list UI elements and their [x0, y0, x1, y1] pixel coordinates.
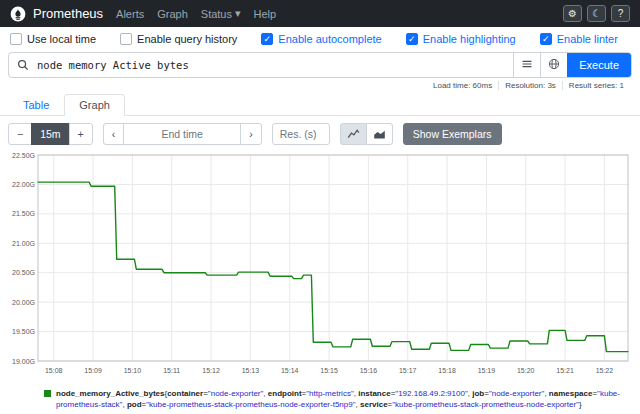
search-icon	[9, 53, 37, 77]
resolution-input[interactable]	[272, 123, 330, 145]
range-decrease-button[interactable]: −	[8, 123, 32, 145]
svg-text:15:10: 15:10	[124, 367, 142, 374]
svg-text:21.00G: 21.00G	[12, 240, 35, 247]
checkbox-checked-icon	[261, 33, 273, 45]
enable-linter-checkbox[interactable]: Enable linter	[540, 33, 618, 45]
series-label: node_memory_Active_bytes{container="node…	[56, 388, 622, 410]
range-selector: − 15m +	[8, 123, 93, 145]
question-icon: ?	[618, 8, 624, 19]
time-series-chart[interactable]: 19.00G19.50G20.00G20.50G21.00G21.50G22.0…	[8, 149, 632, 381]
chevron-right-icon: ›	[249, 128, 253, 140]
range-value-button[interactable]: 15m	[31, 123, 69, 145]
settings-button[interactable]: ⚙	[563, 5, 582, 22]
svg-text:15:14: 15:14	[281, 367, 299, 374]
chevron-left-icon: ‹	[112, 128, 116, 140]
checkbox-label: Use local time	[27, 33, 96, 45]
time-forward-button[interactable]: ›	[240, 123, 262, 145]
show-exemplars-button[interactable]: Show Exemplars	[403, 123, 502, 145]
result-series: Result series: 1	[562, 81, 630, 90]
svg-text:15:12: 15:12	[202, 367, 220, 374]
checkbox-checked-icon	[406, 33, 418, 45]
svg-text:15:18: 15:18	[438, 367, 456, 374]
prometheus-logo-icon[interactable]	[10, 6, 26, 22]
svg-text:22.00G: 22.00G	[12, 181, 35, 188]
resolution: Resolution: 3s	[498, 81, 562, 90]
line-chart-toggle[interactable]	[340, 123, 367, 145]
checkbox-label: Enable query history	[137, 33, 237, 45]
svg-text:15:15: 15:15	[320, 367, 338, 374]
checkbox-checked-icon	[540, 33, 552, 45]
checkbox-label: Enable highlighting	[423, 33, 516, 45]
graph-controls: − 15m + ‹ › Show Exemplars	[8, 123, 632, 145]
help-button[interactable]: ?	[611, 5, 630, 22]
svg-text:22.50G: 22.50G	[12, 152, 35, 159]
svg-text:15:11: 15:11	[163, 367, 180, 374]
navbar-right-buttons: ⚙ ☾ ?	[563, 5, 630, 22]
metrics-explorer-button[interactable]	[540, 53, 567, 77]
nav-help[interactable]: Help	[254, 8, 277, 20]
query-input[interactable]	[37, 53, 513, 77]
svg-text:21.50G: 21.50G	[12, 210, 35, 217]
globe-icon	[548, 58, 560, 73]
caret-down-icon: ▾	[235, 7, 241, 20]
nav-graph[interactable]: Graph	[157, 8, 188, 20]
svg-text:15:20: 15:20	[517, 367, 535, 374]
load-time: Load time: 60ms	[427, 81, 498, 90]
query-history-button[interactable]	[513, 53, 540, 77]
gear-icon: ⚙	[568, 8, 577, 19]
end-time-selector: ‹ ›	[103, 123, 262, 145]
time-back-button[interactable]: ‹	[103, 123, 125, 145]
range-increase-button[interactable]: +	[69, 123, 93, 145]
svg-text:19.00G: 19.00G	[12, 358, 35, 365]
svg-text:20.00G: 20.00G	[12, 299, 35, 306]
checkbox-icon	[10, 33, 22, 45]
svg-text:15:16: 15:16	[360, 367, 378, 374]
query-options-bar: Use local time Enable query history Enab…	[0, 27, 640, 50]
theme-toggle-button[interactable]: ☾	[587, 5, 606, 22]
menu-lines-icon	[521, 58, 533, 73]
checkbox-label: Enable linter	[557, 33, 618, 45]
query-stats: Load time: 60ms Resolution: 3s Result se…	[0, 78, 640, 90]
stacked-chart-toggle[interactable]	[366, 123, 393, 145]
nav-status-dropdown[interactable]: Status ▾	[201, 7, 241, 20]
enable-autocomplete-checkbox[interactable]: Enable autocomplete	[261, 33, 381, 45]
graph-panel: 19.00G19.50G20.00G20.50G21.00G21.50G22.0…	[8, 149, 632, 410]
checkbox-label: Enable autocomplete	[278, 33, 381, 45]
moon-icon: ☾	[592, 8, 601, 19]
svg-text:19.50G: 19.50G	[12, 328, 35, 335]
svg-text:15:22: 15:22	[596, 367, 614, 374]
stacked-chart-icon	[373, 127, 386, 142]
svg-text:20.50G: 20.50G	[12, 269, 35, 276]
line-chart-icon	[347, 127, 360, 142]
chart-type-toggle	[340, 123, 393, 145]
enable-highlighting-checkbox[interactable]: Enable highlighting	[406, 33, 516, 45]
nav-help-label: Help	[254, 8, 277, 20]
svg-text:15:13: 15:13	[242, 367, 260, 374]
use-local-time-checkbox[interactable]: Use local time	[10, 33, 96, 45]
svg-text:15:08: 15:08	[45, 367, 63, 374]
nav-alerts-label: Alerts	[116, 8, 144, 20]
nav-status-label: Status	[201, 8, 232, 20]
end-time-input[interactable]	[123, 123, 241, 145]
svg-text:15:17: 15:17	[399, 367, 417, 374]
navbar: Prometheus Alerts Graph Status ▾ Help ⚙ …	[0, 0, 640, 27]
nav-alerts[interactable]: Alerts	[116, 8, 144, 20]
brand[interactable]: Prometheus	[33, 6, 103, 21]
svg-text:15:21: 15:21	[556, 367, 574, 374]
svg-text:15:19: 15:19	[478, 367, 496, 374]
tab-table[interactable]: Table	[8, 94, 64, 116]
svg-text:15:09: 15:09	[84, 367, 102, 374]
nav-graph-label: Graph	[157, 8, 188, 20]
enable-query-history-checkbox[interactable]: Enable query history	[120, 33, 237, 45]
result-tabs: Table Graph	[0, 91, 640, 116]
tab-graph[interactable]: Graph	[64, 94, 125, 116]
checkbox-icon	[120, 33, 132, 45]
series-color-swatch	[44, 390, 51, 397]
execute-button[interactable]: Execute	[567, 53, 631, 77]
series-legend[interactable]: node_memory_Active_bytes{container="node…	[44, 388, 622, 410]
query-bar: Execute	[8, 52, 632, 78]
